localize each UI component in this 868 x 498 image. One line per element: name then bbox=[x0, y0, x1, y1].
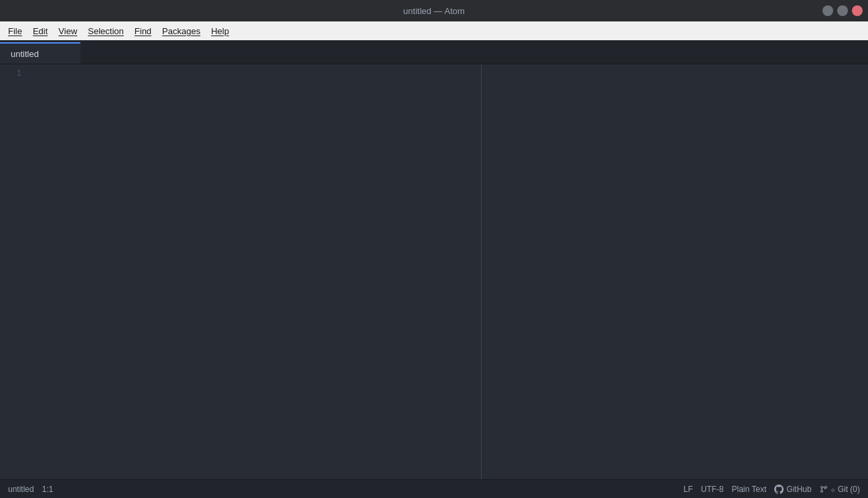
editor-pane[interactable]: 1 bbox=[0, 64, 868, 479]
editor-divider bbox=[481, 64, 482, 479]
svg-point-0 bbox=[820, 486, 822, 488]
svg-point-2 bbox=[820, 490, 822, 492]
minimize-icon: — bbox=[824, 7, 831, 15]
status-right: LF UTF-8 Plain Text GitHub ⬦ Git (0) bbox=[683, 485, 860, 494]
close-icon: ✕ bbox=[855, 7, 860, 15]
git-label: ⬦ bbox=[830, 485, 835, 494]
window-title: untitled — Atom bbox=[403, 6, 465, 16]
status-filename[interactable]: untitled bbox=[8, 485, 34, 494]
minimize-button[interactable]: — bbox=[822, 5, 833, 16]
editor-content[interactable] bbox=[27, 64, 868, 479]
menu-edit[interactable]: Edit bbox=[27, 25, 53, 38]
close-button[interactable]: ✕ bbox=[852, 5, 863, 16]
git-icon bbox=[820, 485, 828, 493]
window-controls: — □ ✕ bbox=[822, 5, 863, 16]
maximize-icon: □ bbox=[841, 7, 845, 15]
status-github[interactable]: GitHub bbox=[774, 485, 811, 494]
status-cursor[interactable]: 1:1 bbox=[42, 485, 54, 494]
menu-view[interactable]: View bbox=[53, 25, 82, 38]
title-bar: untitled — Atom — □ ✕ bbox=[0, 0, 868, 21]
menu-file[interactable]: File bbox=[3, 25, 27, 38]
git-status: Git (0) bbox=[838, 485, 860, 494]
maximize-button[interactable]: □ bbox=[837, 5, 848, 16]
github-label: GitHub bbox=[786, 485, 811, 494]
menu-help[interactable]: Help bbox=[206, 25, 234, 38]
status-left: untitled 1:1 bbox=[8, 485, 53, 494]
menu-packages[interactable]: Packages bbox=[157, 25, 206, 38]
tab-label: untitled bbox=[11, 49, 39, 59]
github-icon bbox=[774, 485, 784, 494]
editor-area: 1 bbox=[0, 64, 868, 479]
line-number-1: 1 bbox=[0, 67, 27, 80]
status-grammar[interactable]: Plain Text bbox=[731, 485, 766, 494]
menu-find[interactable]: Find bbox=[129, 25, 157, 38]
status-git[interactable]: ⬦ Git (0) bbox=[820, 485, 860, 494]
status-encoding[interactable]: UTF-8 bbox=[701, 485, 723, 494]
menu-bar: File Edit View Selection Find Packages H… bbox=[0, 21, 868, 40]
status-bar: untitled 1:1 LF UTF-8 Plain Text GitHub … bbox=[0, 479, 868, 498]
line-numbers: 1 bbox=[0, 64, 27, 479]
editor-line-1 bbox=[27, 67, 868, 80]
tab-bar: untitled bbox=[0, 40, 868, 64]
status-line-ending[interactable]: LF bbox=[683, 485, 693, 494]
tab-untitled[interactable]: untitled bbox=[0, 42, 80, 64]
menu-selection[interactable]: Selection bbox=[82, 25, 129, 38]
